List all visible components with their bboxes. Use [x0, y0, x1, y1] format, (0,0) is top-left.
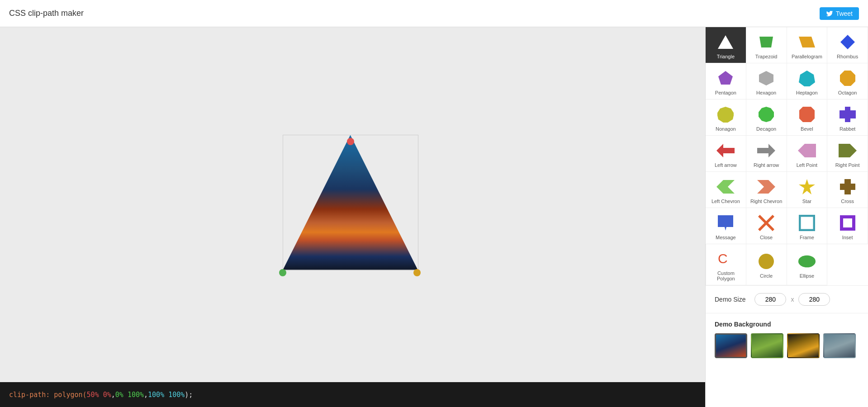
- sidebar: TriangleTrapezoidParallelogramRhombusPen…: [705, 27, 868, 407]
- bg-thumb-sparkle[interactable]: [787, 333, 820, 358]
- svg-marker-14: [798, 144, 816, 157]
- octagon-label: Octagon: [838, 90, 857, 95]
- demo-bg-section: Demo Background: [706, 313, 868, 365]
- shape-item-star[interactable]: Star: [787, 172, 828, 208]
- custom-polygon-icon: C: [717, 250, 735, 268]
- handle-bottom-left[interactable]: [279, 269, 286, 276]
- svg-text:C: C: [718, 251, 728, 266]
- svg-rect-22: [799, 215, 815, 231]
- svg-marker-3: [840, 35, 855, 49]
- svg-point-26: [759, 254, 774, 269]
- demo-bg-label: Demo Background: [715, 321, 859, 328]
- close-label: Close: [760, 235, 773, 240]
- code-property: clip-path: polygon(: [9, 391, 87, 399]
- code-point1: 50% 0%: [87, 391, 111, 399]
- svg-marker-5: [759, 71, 773, 85]
- clip-image-wrapper: [283, 135, 418, 270]
- left-point-icon: [798, 142, 816, 160]
- shape-item-left-arrow[interactable]: Left arrow: [706, 136, 746, 172]
- left-arrow-label: Left arrow: [715, 162, 737, 168]
- shape-item-close[interactable]: Close: [746, 208, 787, 244]
- code-sep1: ,: [111, 391, 115, 399]
- shape-item-left-point[interactable]: Left Point: [787, 136, 828, 172]
- tweet-button[interactable]: Tweet: [820, 7, 859, 20]
- right-arrow-label: Right arrow: [754, 162, 779, 168]
- nonagon-icon: [716, 105, 735, 123]
- svg-marker-20: [718, 215, 733, 231]
- cross-label: Cross: [841, 199, 854, 204]
- heptagon-label: Heptagon: [796, 90, 818, 95]
- pentagon-label: Pentagon: [715, 90, 736, 95]
- ellipse-label: Ellipse: [800, 273, 814, 279]
- right-chevron-label: Right Chevron: [750, 199, 782, 204]
- shape-item-rabbet[interactable]: Rabbet: [827, 99, 868, 136]
- canvas-area: [0, 27, 705, 382]
- shape-item-right-chevron[interactable]: Right Chevron: [746, 172, 787, 208]
- bg-thumb-sea[interactable]: [823, 333, 856, 358]
- shape-item-octagon[interactable]: Octagon: [827, 63, 868, 99]
- svg-marker-4: [718, 71, 733, 85]
- shape-item-trapezoid[interactable]: Trapezoid: [746, 27, 787, 63]
- svg-marker-16: [716, 180, 735, 194]
- right-arrow-icon: [757, 142, 775, 160]
- shape-item-right-arrow[interactable]: Right arrow: [746, 136, 787, 172]
- shape-item-frame[interactable]: Frame: [787, 208, 828, 244]
- shape-item-nonagon[interactable]: Nonagon: [706, 99, 746, 136]
- demo-height-input[interactable]: [798, 293, 830, 306]
- hexagon-icon: [757, 69, 775, 87]
- svg-marker-15: [839, 144, 857, 157]
- shape-item-bevel[interactable]: Bevel: [787, 99, 828, 136]
- svg-marker-18: [799, 179, 815, 194]
- shape-item-decagon[interactable]: Decagon: [746, 99, 787, 136]
- clip-demo: [283, 135, 423, 275]
- app-title: CSS clip-path maker: [9, 9, 84, 18]
- ellipse-icon: [798, 252, 816, 270]
- shape-item-message[interactable]: Message: [706, 208, 746, 244]
- decagon-icon: [757, 105, 775, 123]
- bg-thumbnails: [715, 333, 859, 358]
- svg-marker-9: [759, 107, 774, 122]
- svg-marker-19: [840, 179, 855, 194]
- shape-item-custom-polygon[interactable]: CCustom Polygon: [706, 244, 746, 285]
- app-header: CSS clip-path maker Tweet: [0, 0, 868, 27]
- frame-label: Frame: [800, 235, 814, 240]
- left-point-label: Left Point: [797, 162, 817, 168]
- shape-item-cross[interactable]: Cross: [827, 172, 868, 208]
- trapezoid-label: Trapezoid: [755, 54, 778, 59]
- size-separator: x: [791, 296, 794, 303]
- svg-marker-0: [718, 35, 733, 49]
- demo-width-input[interactable]: [754, 293, 786, 306]
- decagon-label: Decagon: [756, 126, 776, 132]
- bg-thumb-green[interactable]: [751, 333, 783, 358]
- heptagon-icon: [798, 69, 816, 87]
- shape-item-circle[interactable]: Circle: [746, 244, 787, 285]
- shape-item-pentagon[interactable]: Pentagon: [706, 63, 746, 99]
- trapezoid-icon: [757, 33, 775, 51]
- rhombus-icon: [839, 33, 857, 51]
- parallelogram-label: Parallelogram: [792, 54, 822, 59]
- shape-item-heptagon[interactable]: Heptagon: [787, 63, 828, 99]
- main-area: clip-path: polygon(50% 0%, 0% 100%, 100%…: [0, 27, 868, 407]
- shape-item-triangle[interactable]: Triangle: [706, 27, 746, 63]
- shape-item-hexagon[interactable]: Hexagon: [746, 63, 787, 99]
- svg-marker-6: [799, 71, 815, 86]
- shape-item-left-chevron[interactable]: Left Chevron: [706, 172, 746, 208]
- handle-top[interactable]: [347, 138, 354, 145]
- right-point-label: Right Point: [835, 162, 860, 168]
- shape-item-parallelogram[interactable]: Parallelogram: [787, 27, 828, 63]
- octagon-icon: [839, 69, 857, 87]
- shape-item-inset[interactable]: Inset: [827, 208, 868, 244]
- left-chevron-icon: [716, 178, 735, 196]
- bevel-label: Bevel: [801, 126, 813, 132]
- shape-item-rhombus[interactable]: Rhombus: [827, 27, 868, 63]
- handle-bottom-right[interactable]: [413, 269, 421, 276]
- close-icon: [757, 214, 775, 232]
- shape-item-right-point[interactable]: Right Point: [827, 136, 868, 172]
- bg-thumb-bridge[interactable]: [715, 333, 747, 358]
- shape-item-ellipse[interactable]: Ellipse: [787, 244, 828, 285]
- circle-label: Circle: [760, 273, 773, 279]
- star-icon: [798, 178, 816, 196]
- svg-marker-21: [758, 215, 774, 231]
- triangle-label: Triangle: [717, 54, 735, 59]
- right-chevron-icon: [757, 178, 775, 196]
